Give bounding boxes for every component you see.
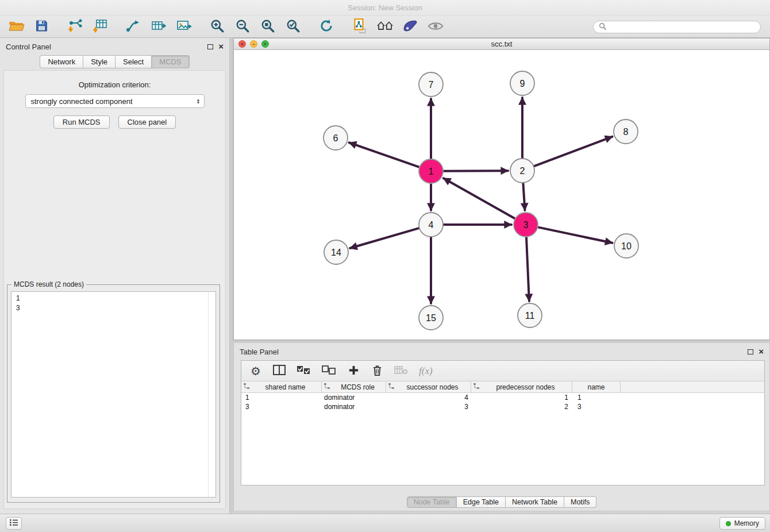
tab-mcds[interactable]: MCDS [152, 55, 189, 68]
float-panel-icon[interactable] [207, 44, 213, 49]
zoom-selected-button[interactable] [283, 18, 303, 36]
cell-mcds_role[interactable]: dominator [322, 402, 386, 411]
table-panel-title: Table Panel [240, 348, 279, 356]
column-header-shared-name[interactable]: shared name [241, 381, 322, 392]
cell-mcds_role[interactable]: dominator [322, 393, 386, 402]
column-header-predecessor-nodes[interactable]: predecessor nodes [471, 381, 572, 392]
graph-node-15[interactable]: 15 [419, 306, 443, 330]
tab-select[interactable]: Select [116, 55, 152, 68]
tab-edge-table[interactable]: Edge Table [457, 496, 506, 508]
delete-table-button[interactable] [394, 364, 408, 379]
graph-node-7[interactable]: 7 [419, 72, 443, 97]
mcds-result-box[interactable]: 13 [11, 291, 216, 498]
split-column-icon [273, 365, 286, 377]
close-panel-icon[interactable]: × [218, 44, 224, 49]
task-history-button[interactable] [6, 517, 22, 530]
graph-edge-3-11[interactable] [526, 236, 529, 301]
graph-edge-1-2[interactable] [442, 171, 508, 171]
import-table-button[interactable] [90, 18, 110, 36]
cell-successor_nodes[interactable]: 4 [386, 393, 471, 402]
zoom-in-icon [210, 18, 225, 35]
tab-node-table[interactable]: Node Table [407, 496, 457, 508]
tab-network[interactable]: Network [40, 55, 83, 68]
result-scrollbar[interactable] [208, 292, 209, 497]
open-session-icon [7, 19, 25, 34]
search-input[interactable] [610, 23, 755, 31]
graph-node-10[interactable]: 10 [614, 234, 638, 258]
column-edit-icon [324, 383, 330, 391]
export-table-button[interactable] [148, 18, 169, 36]
clipboard-network-button[interactable] [349, 18, 370, 36]
graph-node-14[interactable]: 14 [324, 240, 348, 264]
search-icon [599, 22, 606, 32]
select-all-button[interactable] [297, 364, 311, 379]
close-panel-button[interactable]: Close panel [118, 115, 176, 129]
export-network-button[interactable] [123, 18, 144, 36]
graph-edge-3-10[interactable] [537, 227, 613, 243]
save-session-button[interactable] [31, 18, 52, 36]
style-button[interactable] [400, 18, 421, 36]
cell-shared_name[interactable]: 1 [241, 393, 322, 402]
run-mcds-button[interactable]: Run MCDS [53, 115, 110, 129]
tab-style[interactable]: Style [83, 55, 116, 68]
export-image-button[interactable] [174, 18, 194, 36]
graph-edge-2-8[interactable] [533, 137, 613, 167]
criterion-dropdown[interactable]: strongly connected component ▲▼ [25, 94, 205, 108]
function-builder-button[interactable]: f(x) [419, 364, 433, 379]
graph-edge-3-1[interactable] [444, 178, 516, 219]
search-field[interactable] [593, 21, 761, 33]
cell-shared_name[interactable]: 3 [241, 402, 322, 411]
float-table-panel-icon[interactable] [748, 349, 753, 354]
graph-node-11[interactable]: 11 [518, 303, 542, 327]
export-network-icon [125, 19, 141, 34]
zoom-in-button[interactable] [207, 18, 228, 36]
column-header-successor-nodes[interactable]: successor nodes [386, 381, 471, 392]
mcds-result-title: MCDS result (2 nodes) [11, 280, 86, 288]
network-overview-button[interactable] [375, 18, 395, 36]
delete-column-button[interactable] [371, 364, 383, 379]
table-row[interactable]: 3dominator323 [241, 402, 764, 411]
refresh-layout-button[interactable] [316, 18, 337, 36]
import-network-button[interactable] [64, 18, 85, 36]
cell-name[interactable]: 1 [572, 393, 621, 402]
column-header-name[interactable]: name [572, 381, 621, 392]
svg-text:4: 4 [429, 220, 434, 230]
open-session-button[interactable] [6, 18, 26, 36]
add-column-button[interactable] [347, 364, 360, 379]
close-table-panel-icon[interactable]: × [759, 349, 764, 354]
deselect-all-button[interactable] [322, 364, 336, 379]
tab-motifs[interactable]: Motifs [564, 496, 596, 508]
graph-node-9[interactable]: 9 [510, 71, 534, 95]
network-canvas[interactable]: 7968124314101511 [234, 50, 769, 340]
close-window-icon[interactable]: × [238, 40, 246, 48]
graph-node-3[interactable]: 3 [514, 213, 538, 237]
zoom-window-icon[interactable]: + [261, 40, 269, 48]
split-column-button[interactable] [273, 364, 286, 379]
memory-button[interactable]: Memory [719, 517, 765, 530]
graph-node-8[interactable]: 8 [614, 119, 638, 144]
table-settings-button[interactable]: ⚙ [249, 364, 262, 379]
zoom-selected-icon [286, 18, 301, 35]
cell-successor_nodes[interactable]: 3 [386, 402, 471, 411]
cell-predecessor_nodes[interactable]: 2 [471, 402, 572, 411]
cell-name[interactable]: 3 [572, 402, 621, 411]
graph-node-2[interactable]: 2 [510, 159, 534, 183]
minimize-window-icon[interactable]: − [250, 40, 257, 48]
eye-button[interactable] [425, 18, 446, 36]
tab-network-table[interactable]: Network Table [506, 496, 564, 508]
graph-node-6[interactable]: 6 [324, 126, 348, 150]
graph-edge-1-6[interactable] [349, 142, 421, 167]
table-panel-tabbar: Node Table Edge Table Network Table Moti… [407, 496, 597, 508]
svg-text:7: 7 [429, 80, 434, 90]
graph-node-4[interactable]: 4 [419, 213, 443, 237]
graph-edge-2-3[interactable] [523, 182, 525, 210]
node-table: ⚙ f(x) [241, 360, 765, 485]
table-row[interactable]: 1dominator411 [241, 393, 764, 402]
add-column-icon [348, 365, 359, 377]
cell-predecessor_nodes[interactable]: 1 [471, 393, 572, 402]
zoom-out-button[interactable] [232, 18, 253, 36]
graph-edge-4-14[interactable] [350, 228, 420, 248]
graph-node-1[interactable]: 1 [419, 159, 443, 183]
zoom-fit-button[interactable] [257, 18, 278, 36]
column-header-mcds-role[interactable]: MCDS role [322, 381, 386, 392]
